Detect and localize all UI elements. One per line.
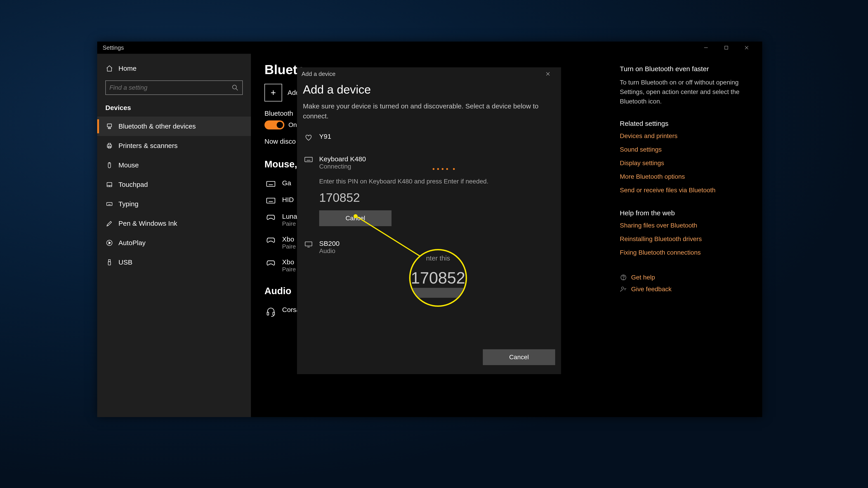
sidebar-item-pen[interactable]: Pen & Windows Ink [97,214,251,233]
device-status: Paire [282,266,296,273]
svg-point-40 [621,287,624,289]
link-reinstall-drivers[interactable]: Reinstalling Bluetooth drivers [620,235,751,242]
svg-rect-1 [725,46,728,49]
link-display-settings[interactable]: Display settings [620,160,751,167]
link-devices-printers[interactable]: Devices and printers [620,132,751,140]
autoplay-icon [105,239,114,247]
give-feedback-label: Give feedback [631,286,672,293]
rc-heading-help: Help from the web [620,209,751,217]
keyboard-icon [265,179,277,188]
maximize-button[interactable] [716,41,737,54]
device-cancel-button[interactable]: Cancel [319,210,392,226]
sidebar-item-touchpad[interactable]: Touchpad [97,175,251,194]
svg-rect-43 [305,157,312,162]
rc-heading-related: Related settings [620,120,751,127]
link-sound-settings[interactable]: Sound settings [620,146,751,153]
svg-rect-26 [108,262,111,265]
loading-dots-icon [433,168,455,170]
headset-icon [265,306,277,317]
sidebar-item-bluetooth[interactable]: Bluetooth & other devices [97,117,251,136]
mouse-icon [105,162,114,169]
svg-rect-27 [267,182,275,186]
pairing-pin: 170852 [319,191,555,204]
sidebar-item-mouse[interactable]: Mouse [97,156,251,175]
heart-icon [303,133,314,142]
dialog-device-status: Connecting [319,163,366,170]
link-sharing-files[interactable]: Sharing files over Bluetooth [620,222,751,229]
sidebar-item-typing[interactable]: Typing [97,194,251,214]
rc-paragraph-1: To turn Bluetooth on or off without open… [620,78,751,106]
svg-rect-9 [108,143,111,145]
svg-line-5 [236,89,238,90]
keyboard-icon [105,200,114,207]
toggle-state-text: On [288,121,297,129]
link-send-receive-files[interactable]: Send or receive files via Bluetooth [620,187,751,194]
give-feedback-link[interactable]: Give feedback [620,286,751,293]
display-icon [303,240,314,248]
get-help-label: Get help [631,274,655,281]
svg-marker-24 [109,242,111,244]
svg-rect-8 [107,145,112,147]
sidebar-item-autoplay[interactable]: AutoPlay [97,233,251,253]
minimize-button[interactable] [696,41,716,54]
dialog-cancel-button[interactable]: Cancel [483,349,555,365]
device-name: Luna [282,213,297,220]
search-input[interactable] [110,84,231,91]
sidebar-item-home[interactable]: Home [97,61,251,76]
sidebar-item-printers[interactable]: Printers & scanners [97,136,251,156]
sidebar-item-label: AutoPlay [119,239,146,247]
printer-icon [105,142,114,149]
pin-instruction: Enter this PIN on Keyboard K480 and pres… [319,178,555,185]
callout-circle: nter this 170852 [409,249,467,307]
sidebar-item-label: Printers & scanners [119,142,178,150]
pen-icon [105,220,114,227]
bluetooth-toggle[interactable] [265,121,284,129]
plus-icon: + [265,84,282,101]
device-name: Xbo [282,235,296,243]
get-help-link[interactable]: Get help [620,274,751,281]
sidebar-item-usb[interactable]: USB [97,253,251,272]
sidebar: Home Devices Bluetooth & other devices [97,54,251,417]
rc-heading-1: Turn on Bluetooth even faster [620,65,751,73]
search-box[interactable] [105,80,243,95]
sidebar-section-header: Devices [97,101,251,117]
gamepad-icon [265,235,277,244]
dialog-device-k480[interactable]: Keyboard K480 Connecting [303,151,555,175]
device-name: Xbo [282,258,296,266]
sidebar-item-label: Bluetooth & other devices [119,123,196,130]
dialog-title: Add a device [302,70,336,77]
link-fixing-connections[interactable]: Fixing Bluetooth connections [620,249,751,256]
svg-rect-25 [108,260,110,262]
callout-anchor-dot [353,214,358,218]
sidebar-item-label: USB [119,258,132,266]
dialog-device-name: SB200 [319,240,340,248]
dialog-subtitle: Make sure your device is turned on and d… [303,101,542,121]
feedback-icon [620,286,627,293]
window-title: Settings [103,44,124,51]
dialog-heading: Add a device [303,83,555,96]
device-status: Paire [282,220,297,227]
sidebar-item-label: Pen & Windows Ink [119,220,177,227]
titlebar: Settings [97,41,762,54]
device-status: Paire [282,243,296,250]
dialog-device-name: Keyboard K480 [319,155,366,163]
link-more-bluetooth[interactable]: More Bluetooth options [620,173,751,180]
callout-bar [410,288,466,298]
callout-pin: 170852 [411,269,465,287]
svg-rect-34 [267,198,275,203]
sidebar-home-label: Home [119,65,136,72]
svg-rect-37 [273,312,274,315]
keyboard-icon [265,196,277,204]
close-button[interactable] [737,41,757,54]
svg-point-4 [232,85,237,89]
svg-rect-16 [107,202,112,205]
sidebar-item-label: Touchpad [119,181,148,188]
svg-rect-36 [267,312,269,315]
add-device-dialog: Add a device Add a device Make sure your… [297,67,561,374]
keyboard-icon [303,155,314,163]
touchpad-icon [105,181,114,188]
dialog-titlebar: Add a device [297,67,561,80]
gamepad-icon [265,258,277,267]
dialog-device-y91[interactable]: Y91 [303,128,555,146]
dialog-close-button[interactable] [545,71,557,76]
